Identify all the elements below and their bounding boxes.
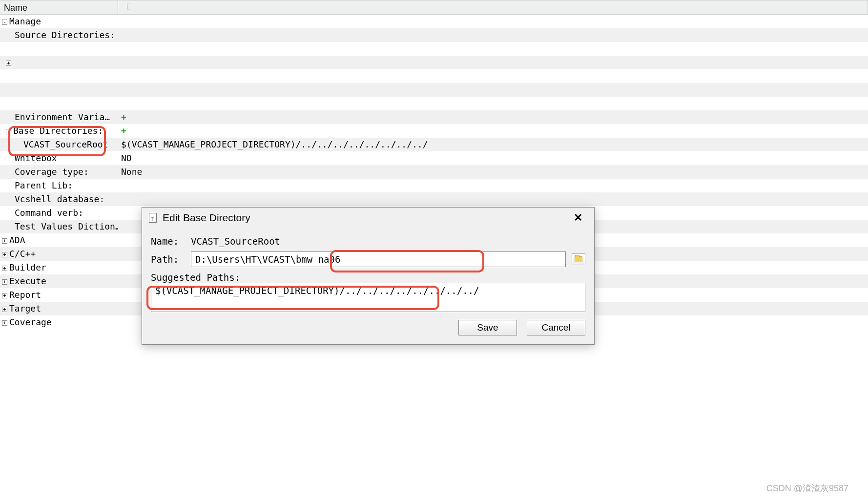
expander-icon[interactable]: + [2, 293, 7, 298]
tree-node-manage[interactable]: Manage [9, 16, 41, 26]
name-label: Name: [151, 236, 191, 247]
save-button[interactable]: Save [458, 320, 517, 335]
expander-icon[interactable]: + [2, 320, 7, 326]
tree-node-execute[interactable]: Execute [9, 276, 46, 286]
cancel-button[interactable]: Cancel [527, 320, 585, 335]
expander-icon[interactable]: + [6, 61, 11, 66]
dialog-title: Edit Base Directory [163, 212, 250, 224]
expander-icon[interactable]: - [6, 129, 11, 134]
tree-node-report[interactable]: Report [9, 290, 41, 300]
tree-node-source-dirs[interactable]: Source Directories: [15, 30, 115, 40]
edit-base-directory-dialog: Edit Base Directory ✕ Name: VCAST_Source… [142, 207, 595, 345]
expander-icon[interactable]: + [2, 279, 7, 285]
file-icon [149, 213, 157, 223]
tree-node-coverage[interactable]: Coverage [9, 317, 52, 327]
browse-button[interactable] [572, 253, 585, 265]
column-header-value[interactable] [118, 0, 868, 15]
tree-node-test-values[interactable]: Test Values Diction… [15, 221, 118, 231]
placeholder-icon [127, 3, 133, 10]
expander-icon[interactable]: - [2, 20, 7, 25]
value-vcast-sourceroot[interactable]: $(VCAST_MANAGE_PROJECT_DIRECTORY)/../../… [118, 138, 868, 151]
folder-icon [575, 256, 582, 262]
tree-node-env-vars[interactable]: Environment Varia… [15, 112, 110, 122]
value-coverage-type[interactable]: None [118, 165, 868, 179]
suggested-paths-list[interactable]: $(VCAST_MANAGE_PROJECT_DIRECTORY)/../../… [151, 283, 585, 312]
add-icon[interactable]: + [121, 110, 126, 124]
tree-node-ccpp[interactable]: C/C++ [9, 249, 36, 259]
expander-icon[interactable]: + [2, 252, 7, 257]
expander-icon[interactable]: + [2, 238, 7, 244]
name-value: VCAST_SourceRoot [191, 236, 280, 247]
path-label: Path: [151, 254, 191, 265]
tree-node-target[interactable]: Target [9, 303, 41, 314]
watermark: CSDN @渣渣灰9587 [766, 482, 848, 494]
column-header-name[interactable]: Name [0, 0, 118, 15]
close-icon[interactable]: ✕ [569, 211, 587, 224]
value-whitebox[interactable]: NO [118, 151, 868, 165]
tree-node-builder[interactable]: Builder [9, 262, 46, 272]
expander-icon[interactable]: + [2, 266, 7, 271]
tree-node-coverage-type[interactable]: Coverage type: [15, 167, 89, 177]
suggested-paths-label: Suggested Paths: [151, 272, 585, 283]
add-icon[interactable]: + [121, 124, 126, 138]
tree-node-command-verb[interactable]: Command verb: [15, 208, 83, 218]
suggested-path-item[interactable]: $(VCAST_MANAGE_PROJECT_DIRECTORY)/../../… [155, 285, 581, 296]
expander-icon[interactable]: + [2, 307, 7, 312]
tree-node-parent-lib[interactable]: Parent Lib: [15, 180, 73, 190]
tree-node-vcast-sourceroot[interactable]: VCAST_SourceRoot [23, 139, 108, 149]
tree-node-ada[interactable]: ADA [9, 235, 25, 245]
path-input[interactable] [191, 251, 566, 267]
tree-node-whitebox[interactable]: Whitebox [15, 153, 57, 163]
tree-node-base-dirs[interactable]: Base Directories: [13, 126, 103, 136]
tree-node-vcshell-db[interactable]: Vcshell database: [15, 194, 104, 204]
